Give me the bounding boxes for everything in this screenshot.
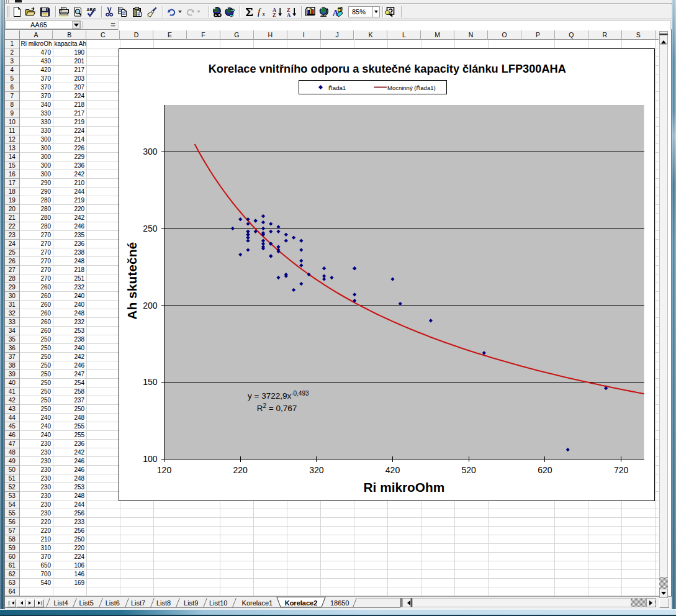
svg-text:220: 220 <box>233 465 248 475</box>
svg-text:Mocninný (Řada1): Mocninný (Řada1) <box>387 84 436 91</box>
svg-text:R2 = 0,767: R2 = 0,767 <box>257 402 297 413</box>
svg-text:520: 520 <box>462 465 477 475</box>
svg-text:f: f <box>258 7 261 17</box>
svg-text:200: 200 <box>143 301 158 310</box>
svg-text:Z: Z <box>273 12 276 17</box>
svg-text:420: 420 <box>385 465 400 475</box>
svg-text:120: 120 <box>157 465 172 475</box>
svg-text:A: A <box>287 12 291 17</box>
svg-text:250: 250 <box>143 224 158 233</box>
svg-text:Řada1: Řada1 <box>328 84 346 91</box>
svg-text:150: 150 <box>143 377 158 387</box>
svg-text:300: 300 <box>143 147 158 156</box>
svg-text:620: 620 <box>538 465 552 475</box>
svg-text:Ri mikroOhm: Ri mikroOhm <box>364 480 445 494</box>
svg-text:720: 720 <box>614 465 629 475</box>
svg-text:Ah skutečné: Ah skutečné <box>125 242 139 320</box>
svg-text:100: 100 <box>143 454 158 464</box>
svg-text:Korelace vnitřního odporu a sk: Korelace vnitřního odporu a skutečné kap… <box>209 63 566 75</box>
svg-text:x: x <box>261 11 265 17</box>
svg-text:320: 320 <box>309 465 324 475</box>
